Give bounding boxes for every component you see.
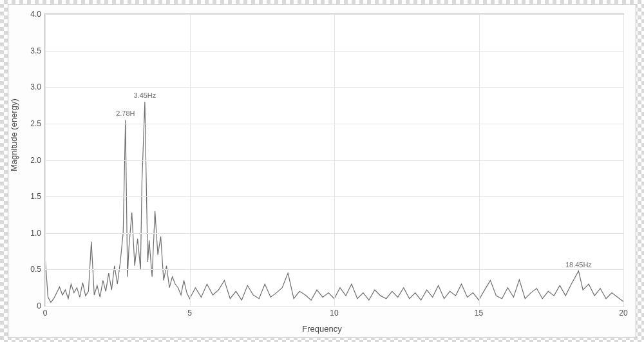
y-tick-label: 4.0 xyxy=(30,10,41,19)
x-tick-label: 5 xyxy=(187,309,192,318)
x-tick-label: 10 xyxy=(330,309,338,318)
y-axis-label: Magnitude (energy) xyxy=(9,99,19,171)
peak-annotation: 2.78H xyxy=(116,109,135,117)
grid-line-h xyxy=(45,306,623,307)
grid-line-h xyxy=(45,196,623,197)
grid-line-h xyxy=(45,160,623,161)
x-tick-label: 20 xyxy=(619,309,627,318)
y-tick-label: 3.0 xyxy=(30,82,41,91)
peak-annotation: 3.45Hz xyxy=(133,91,156,99)
y-tick-label: 1.5 xyxy=(30,192,41,201)
y-tick-label: 0 xyxy=(37,301,41,310)
x-tick-label: 15 xyxy=(475,309,483,318)
y-tick-label: 1.0 xyxy=(30,229,41,238)
plot-area: 0510152000.51.01.52.02.53.03.54.02.78H3.… xyxy=(44,14,624,307)
grid-line-h xyxy=(45,51,623,52)
y-tick-label: 2.0 xyxy=(30,156,41,165)
y-tick-label: 0.5 xyxy=(30,265,41,274)
y-tick-label: 2.5 xyxy=(30,119,41,128)
checker-background: Magnitude (energy) Frequency 0510152000.… xyxy=(0,0,644,342)
peak-annotation: 18.45Hz xyxy=(565,261,592,269)
grid-line-v xyxy=(623,14,624,306)
x-axis-label: Frequency xyxy=(302,324,341,334)
grid-line-h xyxy=(45,233,623,234)
grid-line-h xyxy=(45,269,623,270)
grid-line-h xyxy=(45,124,623,124)
chart-panel: Magnitude (energy) Frequency 0510152000.… xyxy=(8,4,636,338)
y-tick-label: 3.5 xyxy=(30,46,41,55)
grid-line-h xyxy=(45,87,623,88)
x-tick-label: 0 xyxy=(43,309,48,318)
grid-line-h xyxy=(45,14,623,15)
